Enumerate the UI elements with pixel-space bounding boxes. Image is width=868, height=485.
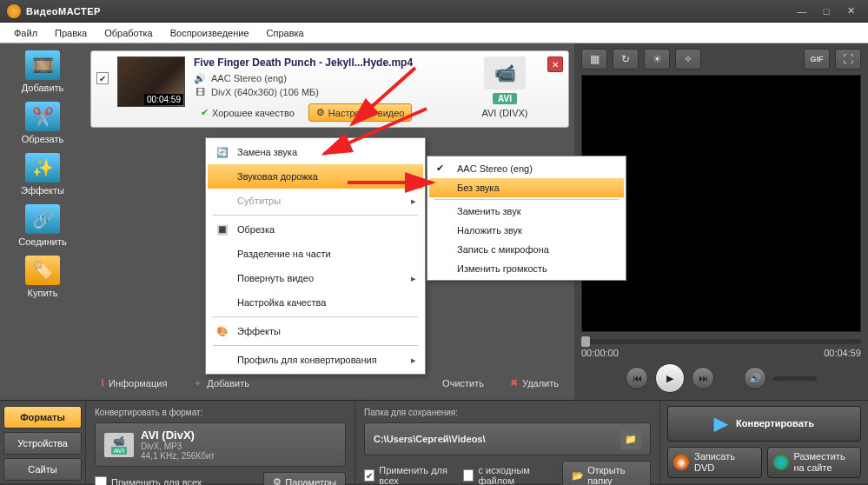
folder-panel: Папка для сохранения: C:\Users\Сергей\Vi…: [354, 401, 659, 483]
seek-knob[interactable]: [581, 336, 590, 347]
sidebar-effects[interactable]: ✨ Эффекты: [5, 153, 80, 196]
seek-bar[interactable]: [581, 339, 861, 344]
menu-file[interactable]: Файл: [5, 25, 46, 41]
menu-subtitles: Субтитры▸: [208, 189, 423, 213]
submenu-mic-record[interactable]: Запись с микрофона: [429, 240, 624, 259]
tab-sites[interactable]: Сайты: [3, 458, 82, 481]
menu-quality[interactable]: Настройка качества: [208, 290, 423, 315]
effects-tool-icon[interactable]: ✧: [675, 49, 701, 70]
video-settings-menu: 🔄Замена звука Звуковая дорожка▸ Субтитры…: [205, 137, 426, 375]
format-details: DivX, MP3 44,1 KHz, 256Кбит: [141, 442, 215, 461]
video-settings-button[interactable]: ⚙Настройки видео: [308, 103, 413, 122]
file-checkbox[interactable]: ✔: [96, 72, 109, 84]
sidebar-add[interactable]: 🎞️ Добавить: [5, 50, 80, 93]
publish-button[interactable]: 🌐Разместить на сайте: [767, 447, 862, 478]
format-selector[interactable]: 📹AVI AVI (DivX)DivX, MP3 44,1 KHz, 256Кб…: [95, 422, 346, 467]
folder-icon: 📁: [625, 434, 637, 445]
output-path[interactable]: C:\Users\Сергей\Videos\ 📁: [364, 422, 651, 455]
format-name: AVI (DivX): [141, 429, 215, 442]
menu-playback[interactable]: Воспроизведение: [162, 25, 258, 41]
sparkle-icon: ✨: [25, 153, 60, 183]
file-video-info: DivX (640x360) (106 МБ): [211, 87, 319, 97]
keep-src-checkbox[interactable]: с исходным файлом: [463, 465, 555, 485]
menu-effects[interactable]: 🎨Эффекты: [208, 319, 423, 343]
add-button[interactable]: ＋Добавить: [184, 373, 258, 393]
open-folder-button[interactable]: 📂Открыть папку: [562, 461, 651, 485]
format-apply-all-checkbox[interactable]: Применить для всех: [95, 476, 202, 486]
format-params-button[interactable]: ⚙Параметры: [263, 472, 346, 485]
crop-tool-icon[interactable]: ▦: [581, 49, 607, 70]
check-icon: ✔: [201, 107, 209, 118]
sidebar-effects-label: Эффекты: [21, 185, 64, 196]
menu-profile[interactable]: Профиль для конвертирования▸: [208, 348, 423, 372]
sidebar-buy[interactable]: 🏷️ Купить: [5, 256, 80, 298]
volume-slider[interactable]: [773, 376, 817, 381]
submenu-no-audio[interactable]: Без звука: [429, 178, 624, 197]
menubar: Файл Правка Обработка Воспроизведение Сп…: [0, 23, 868, 43]
format-panel-header: Конвертировать в формат:: [95, 408, 346, 417]
play-arrow-icon: ▶: [714, 413, 727, 434]
sidebar-join[interactable]: 🔗 Соединить: [5, 204, 80, 247]
speaker-icon: 🔊: [194, 72, 206, 84]
camera-icon: 📹AVI: [104, 433, 134, 457]
file-thumbnail[interactable]: 00:04:59: [117, 56, 185, 107]
minimize-button[interactable]: —: [792, 3, 812, 19]
brightness-tool-icon[interactable]: ☀: [644, 49, 670, 70]
fullscreen-icon[interactable]: ⛶: [835, 49, 861, 70]
menu-help[interactable]: Справка: [258, 25, 313, 41]
menu-replace-audio[interactable]: 🔄Замена звука: [208, 140, 423, 164]
remove-file-button[interactable]: ✕: [547, 56, 563, 72]
menu-rotate[interactable]: Повернуть видео▸: [208, 266, 423, 290]
submenu-track-aac[interactable]: ✔AAC Stereo (eng): [429, 158, 624, 178]
rotate-tool-icon[interactable]: ↻: [613, 49, 639, 70]
check-icon: ✔: [436, 163, 450, 174]
camera-icon: 📹: [484, 56, 526, 90]
chevron-right-icon: ▸: [411, 196, 416, 207]
menu-crop[interactable]: 🔳Обрезка: [208, 217, 423, 242]
play-button[interactable]: ▶: [655, 363, 685, 393]
sidebar-cut[interactable]: ✂️ Обрезать: [5, 102, 80, 144]
folder-apply-all-checkbox[interactable]: ✔Применить для всех: [364, 465, 456, 485]
quality-indicator[interactable]: ✔Хорошее качество: [194, 104, 301, 121]
info-button[interactable]: ℹИнформация: [92, 373, 176, 393]
file-item[interactable]: ✔ 00:04:59 Five Finger Death Punch - Jek…: [90, 50, 569, 128]
menu-split[interactable]: Разделение на части: [208, 242, 423, 266]
chevron-right-icon: ▸: [411, 355, 416, 366]
browse-button[interactable]: 📁: [620, 429, 641, 449]
submenu-overlay-audio[interactable]: Наложить звук: [429, 221, 624, 240]
burn-dvd-button[interactable]: ◉Записать DVD: [667, 447, 762, 478]
gif-button[interactable]: GIF: [804, 49, 830, 70]
submenu-change-volume[interactable]: Изменить громкость: [429, 259, 624, 278]
format-tabs: Форматы Устройства Сайты: [0, 401, 85, 483]
film-plus-icon: 🎞️: [25, 50, 60, 80]
submenu-replace-audio[interactable]: Заменить звук: [429, 202, 624, 221]
fx-icon: 🎨: [215, 323, 230, 339]
sidebar-buy-label: Купить: [28, 288, 58, 298]
menu-edit[interactable]: Правка: [46, 25, 96, 41]
prev-button[interactable]: ⏮: [626, 367, 648, 389]
delete-button[interactable]: ✖Удалить: [501, 373, 567, 393]
maximize-button[interactable]: □: [816, 3, 837, 19]
globe-icon: 🌐: [773, 455, 789, 470]
next-button[interactable]: ⏭: [692, 367, 714, 389]
volume-button[interactable]: 🔊: [744, 367, 766, 389]
disc-icon: ◉: [673, 455, 689, 470]
format-panel: Конвертировать в формат: 📹AVI AVI (DivX)…: [85, 401, 354, 483]
file-audio-info: AAC Stereo (eng): [211, 73, 287, 83]
app-logo-icon: [7, 4, 21, 18]
info-icon: ℹ: [101, 377, 104, 389]
join-icon: 🔗: [25, 204, 60, 234]
convert-button[interactable]: ▶Конвертировать: [667, 406, 861, 442]
tag-icon: 🏷️: [25, 256, 60, 285]
menu-process[interactable]: Обработка: [96, 25, 161, 41]
tab-formats[interactable]: Форматы: [3, 406, 82, 429]
menu-audio-track[interactable]: Звуковая дорожка▸: [208, 164, 423, 189]
close-window-button[interactable]: ✕: [840, 3, 861, 19]
action-panel: ▶Конвертировать ◉Записать DVD 🌐Разместит…: [659, 401, 868, 483]
output-format-badge: AVI: [493, 93, 517, 104]
sidebar-join-label: Соединить: [18, 236, 67, 247]
file-duration: 00:04:59: [144, 94, 183, 105]
tab-devices[interactable]: Устройства: [3, 432, 82, 455]
clear-button[interactable]: Очистить: [434, 373, 493, 393]
plus-icon: ＋: [193, 376, 202, 389]
